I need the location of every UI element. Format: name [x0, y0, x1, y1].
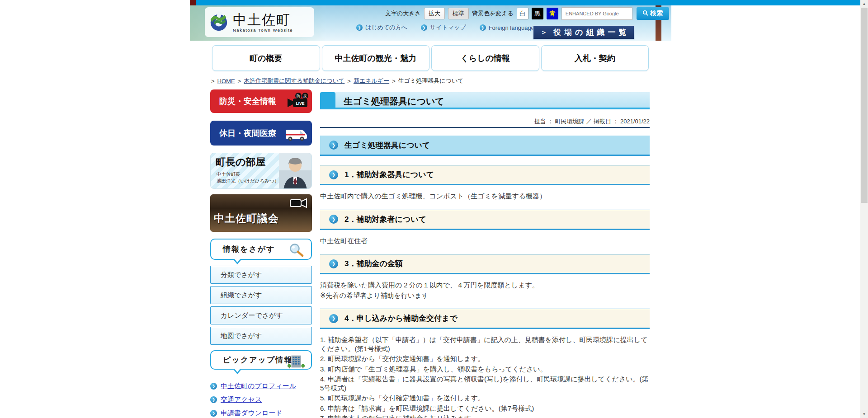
article-sections: ❯ 生ゴミ処理器具について ❯ 1．補助対象器具について	[320, 136, 650, 418]
bg-blue-button[interactable]: 青	[547, 8, 558, 19]
svg-text:災: 災	[303, 94, 307, 98]
pickup-link[interactable]: ❯ 中土佐町のプロフィール	[210, 382, 312, 390]
site-logo[interactable]: 中土佐町 Nakatosa Town Website	[205, 7, 314, 37]
body-text-line: 3. 町内店舗で「生ゴミ処理器具」を購入し、領収書をもらってください。	[320, 365, 650, 374]
stripe-red-segment	[190, 0, 196, 5]
chevron-circle-icon: ❯	[329, 215, 338, 224]
chevron-circle-icon: ❯	[480, 24, 486, 31]
article-meta: 担当 ： 町民環境課 ／ 掲載日 ： 2021/01/22	[320, 117, 650, 128]
body-text-line: 中土佐町内で購入の生ゴミ処理機、コンポスト（生ゴミを減量する機器）	[320, 192, 650, 201]
body-text-line: ※先着の希望者より補助を行います	[320, 291, 650, 300]
pickup-link[interactable]: ❯ 交通アクセス	[210, 395, 312, 404]
article-section: ❯ 生ゴミ処理器具について	[320, 136, 650, 156]
font-enlarge-button[interactable]: 拡大	[424, 8, 445, 19]
chevron-circle-icon: ❯	[329, 314, 338, 323]
breadcrumb-item: > 木造住宅耐震に関する補助金について	[238, 77, 345, 85]
town-emblem-icon	[208, 11, 229, 33]
bg-white-button[interactable]: 白	[517, 8, 528, 19]
breadcrumb-separator: >	[347, 78, 351, 85]
town-council-banner[interactable]: 中土佐町議会	[210, 194, 312, 232]
vertical-scrollbar[interactable]: ▲ ▼	[860, 0, 868, 418]
section-body: 中土佐町内で購入の生ゴミ処理機、コンポスト（生ゴミを減量する機器）	[320, 192, 650, 201]
nav-tab[interactable]: くらしの情報	[431, 45, 539, 71]
body-text-line: 2. 町民環境課から「交付決定通知書」を通知します。	[320, 354, 650, 363]
title-accent-square	[320, 92, 335, 109]
section-heading-bar: ❯ 2．補助対象者について	[320, 210, 650, 230]
holiday-medical-banner[interactable]: 休日・夜間医療	[210, 121, 312, 146]
nav-tab[interactable]: 中土佐町の観光・魅力	[322, 45, 430, 71]
section-body: 消費税を除いた購入費用の２分の１以内で、４万円を限度額とします。 ※先着の希望者…	[320, 281, 650, 300]
font-size-label: 文字の大きさ	[385, 9, 421, 18]
search-button[interactable]: 検索	[637, 7, 669, 20]
mayor-room-banner[interactable]: 町長の部屋 中土佐町長 池田洋光（いけだひろみつ）	[210, 153, 312, 189]
nav-tab[interactable]: 入札・契約	[541, 45, 649, 71]
scroll-down-button[interactable]: ▼	[860, 410, 868, 418]
find-info-item[interactable]: 分類でさがす	[210, 266, 312, 284]
page-title-bar: 生ゴミ処理器具について	[320, 92, 650, 109]
global-nav: 町の概要 中土佐町の観光・魅力 くらしの情報 入札・契約	[212, 45, 649, 71]
body-text-line: 消費税を除いた購入費用の２分の１以内で、４万円を限度額とします。	[320, 281, 650, 290]
chevron-circle-icon: ❯	[210, 410, 217, 417]
section-heading-bar: ❯ 3．補助金の金額	[320, 254, 650, 274]
quick-link[interactable]: ❯ はじめての方へ	[356, 23, 407, 32]
org-list-button[interactable]: ＞ 役場の組織一覧	[533, 25, 635, 40]
nav-tab[interactable]: 町の概要	[212, 45, 320, 71]
article-section: ❯ 4．申し込みから補助金交付まで 1. 補助金希望者（以下「申請者」）は「交付…	[320, 309, 650, 418]
sidebar: 防災・安全情報 防 災 LIVE 休日・夜間医療 町長の部屋	[210, 89, 312, 418]
site-search-input[interactable]	[561, 7, 632, 20]
video-camera-icon	[288, 197, 307, 211]
section-heading-bar: ❯ 1．補助対象器具について	[320, 165, 650, 185]
article-section: ❯ 2．補助対象者について 中土佐町在住者	[320, 210, 650, 245]
pickup-header: ピックアップ情報	[210, 350, 312, 370]
disaster-safety-banner[interactable]: 防災・安全情報 防 災 LIVE	[210, 89, 312, 113]
breadcrumb-separator: >	[392, 78, 396, 85]
building-icon	[288, 354, 305, 371]
bg-color-label: 背景色を変える	[472, 9, 514, 18]
chevron-right-icon: ＞	[541, 28, 547, 37]
main-content: 生ゴミ処理器具について 担当 ： 町民環境課 ／ 掲載日 ： 2021/01/2…	[320, 92, 650, 418]
breadcrumb: > HOME > 木造住宅耐震に関する補助金について > 新エネルギー > 生ゴ…	[211, 77, 464, 85]
scrollbar-thumb[interactable]	[861, 8, 868, 203]
quick-link[interactable]: ❯ サイトマップ	[421, 23, 466, 32]
pickup-link[interactable]: ❯ 申請書ダウンロード	[210, 409, 312, 418]
site-subtitle: Nakatosa Town Website	[233, 28, 293, 33]
accessibility-controls: 文字の大きさ 拡大 標準 背景色を変える 白 黒 青 検索	[385, 7, 669, 20]
page-title: 生ゴミ処理器具について	[344, 95, 444, 108]
font-standard-button[interactable]: 標準	[448, 8, 469, 19]
section-heading-bar: ❯ 生ゴミ処理器具について	[320, 136, 650, 156]
section-heading: 2．補助対象者について	[344, 214, 426, 225]
top-accent-stripe	[190, 0, 860, 5]
breadcrumb-item: > 生ゴミ処理器具について	[392, 77, 463, 85]
chevron-circle-icon: ❯	[329, 170, 338, 179]
header-banner: 中土佐町 Nakatosa Town Website 文字の大きさ 拡大 標準 …	[190, 5, 671, 41]
body-text-line: 7. 申請者本人の銀行口座に補助金を振り込みます。	[320, 414, 650, 418]
scroll-up-button[interactable]: ▲	[860, 0, 868, 8]
body-text-line: 1. 補助金希望者（以下「申請者」）は「交付申請書」に記入の上、見積書を添付し、…	[320, 335, 650, 353]
breadcrumb-separator: >	[211, 78, 215, 85]
svg-text:防: 防	[297, 94, 300, 98]
body-text-line: 5. 町民環境課から「交付確定通知書」を送付します。	[320, 394, 650, 403]
section-heading: 4．申し込みから補助金交付まで	[344, 313, 458, 324]
chevron-circle-icon: ❯	[210, 396, 217, 403]
breadcrumb-item: > 新エネルギー	[347, 77, 389, 85]
chevron-circle-icon: ❯	[356, 24, 363, 31]
article-section: ❯ 3．補助金の金額 消費税を除いた購入費用の２分の１以内で、４万円を限度額とし…	[320, 254, 650, 300]
find-info-item[interactable]: 組織でさがす	[210, 286, 312, 304]
find-info-item[interactable]: カレンダーでさがす	[210, 306, 312, 324]
site-title: 中土佐町	[233, 12, 293, 28]
body-text-line: 6. 申請者は「請求書」を町民環境課に提出してください。(第7号様式)	[320, 404, 650, 413]
mayor-photo	[279, 153, 311, 189]
bg-black-button[interactable]: 黒	[532, 8, 543, 19]
page: 中土佐町 Nakatosa Town Website 文字の大きさ 拡大 標準 …	[0, 0, 868, 418]
body-text-line: 中土佐町在住者	[320, 236, 650, 245]
breadcrumb-item: > HOME	[211, 77, 235, 85]
find-info-item[interactable]: 地図でさがす	[210, 327, 312, 345]
section-heading: 3．補助金の金額	[344, 258, 403, 269]
section-heading: 1．補助対象器具について	[344, 169, 434, 180]
section-heading-bar: ❯ 4．申し込みから補助金交付まで	[320, 309, 650, 329]
header-quick-links: ❯ はじめての方へ ❯ サイトマップ ❯ Foreign language	[356, 23, 534, 32]
quick-link[interactable]: ❯ Foreign language	[480, 24, 534, 31]
svg-text:LIVE: LIVE	[296, 101, 305, 106]
chevron-circle-icon: ❯	[329, 141, 338, 150]
live-camera-icon: 防 災 LIVE	[282, 92, 308, 110]
